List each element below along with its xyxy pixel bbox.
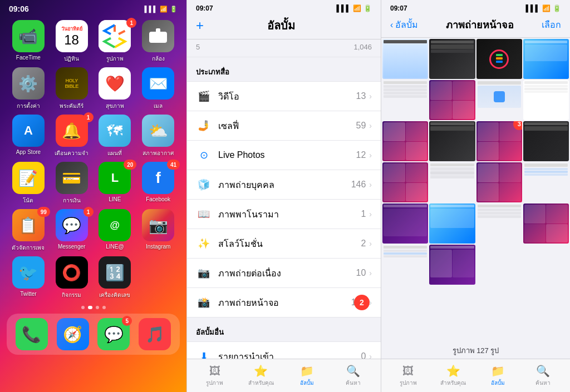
albums-row-video[interactable]: 🎬 วิดีโอ 13 › (187, 81, 381, 111)
albums-row-portrait[interactable]: 🧊 ภาพถ่ายบุคคล 146 › (187, 170, 381, 200)
screenshot-thumb-4[interactable] (523, 39, 569, 79)
screenshot-thumb-12[interactable] (523, 121, 569, 161)
app-calendar[interactable]: วันอาทิตย์ 18 ปฏิทิน (52, 20, 91, 63)
screenshot-thumb-10[interactable] (429, 121, 475, 161)
screenshots-header: ‹ อัลบั้ม ภาพถ่ายหน้าจอ เลือก (381, 14, 570, 38)
photos-icon[interactable] (99, 20, 131, 52)
screenshot-thumb-19[interactable] (476, 204, 522, 244)
screenshot-thumb-22[interactable] (429, 245, 475, 285)
screenshot-thumb-1[interactable] (382, 39, 428, 79)
facetime-icon[interactable]: 📹 (12, 20, 45, 52)
panorama-row-chevron: › (369, 210, 372, 219)
albums-row-livephotos[interactable]: ⊙ Live Photos 12 › (187, 141, 381, 170)
mail-icon[interactable]: ✉️ (142, 67, 174, 100)
app-health[interactable]: ❤️ สุขภาพ (96, 67, 135, 110)
screenshot-thumb-5[interactable] (382, 80, 428, 120)
app-twitter[interactable]: 🐦 Twitter (9, 256, 48, 299)
photos-label: รูปภาพ (106, 54, 124, 63)
app-messenger[interactable]: 💬 1 Messenger (52, 209, 91, 252)
tab-for-you[interactable]: ⭐ สำหรับคุณ (238, 364, 284, 387)
app-bible[interactable]: HOLY BIBLE พระคัมภีร์ (52, 67, 91, 110)
wallet-label: การเงิน (63, 196, 81, 205)
dock-music[interactable]: 🎵 (139, 318, 171, 350)
app-calculator[interactable]: 🔢 เครื่องคิดเลข (96, 256, 135, 299)
app-activity[interactable]: ⭕ กิจกรรม (52, 256, 91, 299)
bible-icon[interactable]: HOLY BIBLE (56, 67, 88, 100)
albums-row-burst[interactable]: 📷 ภาพถ่ายต่อเนื่อง 10 › (187, 259, 381, 288)
screenshot-thumb-9[interactable] (382, 121, 428, 161)
app-weather[interactable]: ⛅ สภาพอากาศ (139, 115, 178, 157)
screenshots-back-button[interactable]: ‹ อัลบั้ม (390, 18, 418, 32)
screenshot-thumb-11[interactable]: 3 (476, 121, 522, 161)
reminders-icon[interactable]: 🔔 (56, 115, 88, 147)
screenshot-thumb-15[interactable] (476, 162, 522, 202)
screenshot-thumb-18[interactable] (429, 204, 475, 244)
screenshots-battery-icon: 🔋 (553, 4, 561, 12)
screenshot-thumb-13[interactable] (382, 162, 428, 202)
screenshot-thumb-20[interactable] (523, 204, 569, 244)
tab-search[interactable]: 🔍 ค้นหา (330, 364, 376, 387)
instagram-icon[interactable]: 📷 (142, 209, 174, 241)
dock-phone[interactable]: 📞 (16, 318, 48, 350)
screenshot-thumb-2[interactable] (429, 39, 475, 79)
app-page-manager[interactable]: 📋 99 ตัวจัดการเพจ (9, 209, 48, 252)
settings-icon[interactable]: ⚙️ (12, 67, 45, 100)
maps-icon[interactable]: 🗺 (99, 115, 131, 147)
app-settings[interactable]: ⚙️ การตั้งค่า (9, 67, 48, 110)
screenshots-tab-foryou[interactable]: ⭐ สำหรับคุณ (431, 364, 476, 387)
lineat-icon[interactable]: @ (99, 209, 131, 241)
health-icon[interactable]: ❤️ (99, 67, 131, 100)
app-reminders[interactable]: 🔔 1 เตือนความจำ (52, 115, 91, 157)
app-facebook[interactable]: f 41 Facebook (139, 162, 178, 205)
activity-label: กิจกรรม (62, 291, 81, 299)
portrait-row-count: 146 (351, 180, 366, 190)
albums-row-panorama[interactable]: 📖 ภาพพาโนรามา 1 › (187, 200, 381, 229)
screenshot-thumb-14[interactable] (429, 162, 475, 202)
calendar-icon[interactable]: วันอาทิตย์ 18 (56, 20, 88, 52)
screenshot-thumb-3[interactable] (476, 39, 522, 79)
photos-badge: 1 (126, 18, 136, 28)
app-instagram[interactable]: 📷 Instagram (139, 209, 178, 252)
app-camera[interactable]: กล้อง (139, 20, 178, 63)
screenshot-thumb-21[interactable] (382, 245, 428, 285)
albums-row-screenshots[interactable]: 📸 ภาพถ่ายหน้าจอ 126 › 2 (187, 288, 381, 317)
screenshots-row-label: ภาพถ่ายหน้าจอ (218, 296, 351, 310)
app-line[interactable]: L 20 LINE (96, 162, 135, 205)
tab-photos[interactable]: 🖼 รูปภาพ (191, 365, 238, 387)
app-appstore[interactable]: A App Store (9, 115, 48, 157)
albums-row-imports[interactable]: ⬇ รายการนำเข้า 0 › (187, 341, 381, 359)
activity-icon[interactable]: ⭕ (56, 256, 88, 289)
wallet-icon[interactable]: 💳 (56, 162, 88, 194)
app-lineat[interactable]: @ LINE@ (96, 209, 135, 252)
dock-safari[interactable]: 🧭 (57, 318, 89, 350)
weather-icon[interactable]: ⛅ (142, 115, 174, 147)
home-status-bar: 09:06 ▌▌▌ 📶 🔋 (0, 0, 186, 16)
app-wallet[interactable]: 💳 การเงิน (52, 162, 91, 205)
albums-row-slowmo[interactable]: ✨ สโลว์โมชั่น 2 › (187, 229, 381, 259)
albums-add-button[interactable]: + (196, 18, 204, 33)
screenshot-thumb-17[interactable] (382, 204, 428, 244)
notes-icon[interactable]: 📝 (12, 162, 45, 194)
app-maps[interactable]: 🗺 แผนที่ (96, 115, 135, 157)
app-facetime[interactable]: 📹 FaceTime (9, 20, 48, 63)
app-mail[interactable]: ✉️ เมล (139, 67, 178, 110)
screenshots-tab-albums[interactable]: 📁 อัลบั้ม (476, 364, 521, 387)
tab-albums[interactable]: 📁 อัลบั้ม (284, 364, 330, 387)
screenshot-thumb-7[interactable] (476, 80, 522, 120)
twitter-icon[interactable]: 🐦 (12, 256, 45, 289)
page-dots (0, 306, 186, 309)
screenshots-tab-search[interactable]: 🔍 ค้นหา (520, 364, 566, 387)
appstore-icon[interactable]: A (12, 115, 45, 147)
screenshot-thumb-16[interactable] (523, 162, 569, 202)
app-photos[interactable]: 1 รูปภาพ (96, 20, 135, 63)
screenshot-thumb-8[interactable] (523, 80, 569, 120)
calculator-icon[interactable]: 🔢 (99, 256, 131, 289)
albums-row-selfie[interactable]: 🤳 เซลฟี่ 59 › (187, 111, 381, 141)
screenshot-thumb-6[interactable] (429, 80, 475, 120)
messenger-icon[interactable]: 💬 (56, 209, 88, 241)
screenshots-tab-photos[interactable]: 🖼 รูปภาพ (386, 365, 431, 387)
screenshots-select-button[interactable]: เลือก (542, 18, 561, 32)
albums-title: อัลบั้ม (204, 17, 358, 34)
camera-icon[interactable] (142, 20, 174, 52)
app-notes[interactable]: 📝 โน้ต (9, 162, 48, 205)
